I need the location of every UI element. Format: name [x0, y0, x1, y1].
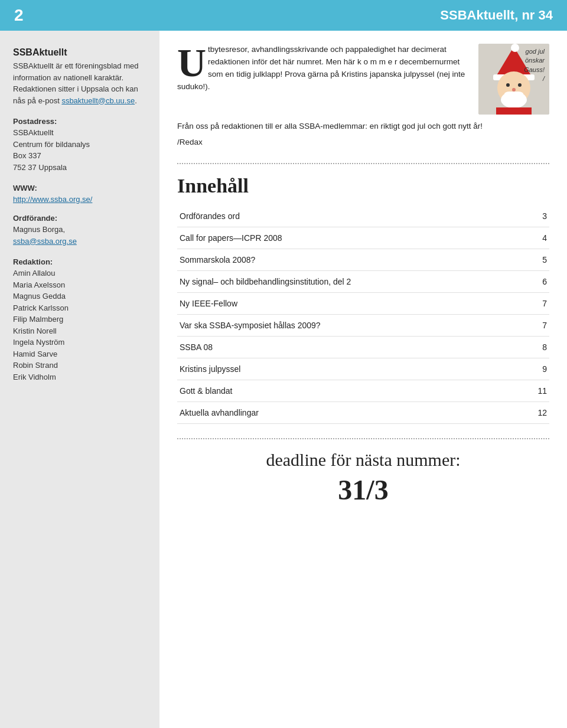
toc-label: Ny signal– och bildbehandlingsinstitutio…	[177, 270, 526, 292]
toc-item: SSBA 088	[177, 336, 549, 358]
toc-label: SSBA 08	[177, 336, 526, 358]
toc-label: Gott & blandat	[177, 380, 526, 401]
toc-item: Call for papers—ICPR 20084	[177, 227, 549, 249]
toc-item: Ny signal– och bildbehandlingsinstitutio…	[177, 270, 549, 292]
toc-page: 3	[526, 205, 549, 227]
toc-item: Sommarskola 2008?5	[177, 249, 549, 270]
main-layout: SSBAktuellt SSBAktuellt är ett förenings…	[0, 31, 567, 728]
deadline-section: deadline för nästa nummer: 31/3	[177, 450, 549, 506]
toc-item: Aktuella avhandlingar12	[177, 401, 549, 423]
toc-label: Ny IEEE-Fellow	[177, 292, 526, 314]
innehall-title: Innehåll	[177, 175, 549, 197]
ordf-label: Ordförande:	[13, 214, 146, 223]
intro-block: U tbytesresor, avhandlingsskrivande och …	[177, 44, 549, 155]
santa-image: god julönskarGauss!/	[478, 44, 549, 115]
svg-point-7	[512, 88, 516, 92]
toc-label: Kristins julpyssel	[177, 358, 526, 380]
header-bar: 2 SSBAktuellt, nr 34	[0, 0, 567, 31]
toc-page: 8	[526, 336, 549, 358]
toc-page: 6	[526, 270, 549, 292]
header-title: SSBAktuellt, nr 34	[440, 8, 553, 23]
toc-item: Kristins julpyssel9	[177, 358, 549, 380]
from-redax-text: Från oss på redaktionen till er alla SSB…	[177, 120, 549, 133]
svg-rect-11	[496, 107, 532, 115]
org-description: SSBAktuellt är ett föreningsblad med inf…	[13, 60, 146, 106]
toc-label: Sommarskola 2008?	[177, 249, 526, 270]
main-content: U tbytesresor, avhandlingsskrivande och …	[159, 31, 567, 728]
ordf-content: Magnus Borga,ssba@ssba.org.se	[13, 224, 146, 247]
toc-page: 7	[526, 314, 549, 336]
toc-label: Call for papers—ICPR 2008	[177, 227, 526, 249]
www-link[interactable]: http://www.ssba.org.se/	[13, 195, 92, 204]
toc-label: Var ska SSBA-symposiet hållas 2009?	[177, 314, 526, 336]
toc-item: Ordförandes ord3	[177, 205, 549, 227]
toc-page: 7	[526, 292, 549, 314]
toc-item: Ny IEEE-Fellow7	[177, 292, 549, 314]
toc-table: Ordförandes ord3Call for papers—ICPR 200…	[177, 205, 549, 424]
redaktion-members: Amin AllalouMaria AxelssonMagnus GeddaPa…	[13, 267, 146, 383]
org-name: SSBAktuellt	[13, 47, 146, 58]
svg-point-6	[518, 83, 522, 87]
svg-point-5	[506, 83, 510, 87]
toc-label: Ordförandes ord	[177, 205, 526, 227]
postaddress-content: SSBAktuelltCentrum för bildanalysBox 337…	[13, 127, 146, 173]
drop-cap: U	[177, 46, 206, 80]
intro-text-1: tbytesresor, avhandlingsskrivande och pa…	[177, 45, 465, 91]
deadline-date: 31/3	[177, 474, 549, 506]
toc-page: 4	[526, 227, 549, 249]
email-link[interactable]: ssbaktuellt@cb.uu.se	[61, 96, 135, 105]
page-number: 2	[14, 6, 24, 25]
santa-caption: god julönskarGauss!/	[524, 47, 545, 84]
toc-label: Aktuella avhandlingar	[177, 401, 526, 423]
divider-top	[177, 163, 549, 164]
redaktion-label: Redaktion:	[13, 257, 146, 266]
toc-page: 9	[526, 358, 549, 380]
divider-bottom	[177, 438, 549, 439]
postaddress-label: Postadress:	[13, 117, 146, 126]
www-label: WWW:	[13, 184, 146, 192]
redax-signature: /Redax	[177, 138, 549, 146]
deadline-label: deadline för nästa nummer:	[177, 450, 549, 470]
toc-item: Var ska SSBA-symposiet hållas 2009?7	[177, 314, 549, 336]
toc-page: 11	[526, 380, 549, 401]
toc-page: 5	[526, 249, 549, 270]
svg-point-10	[513, 92, 523, 96]
toc-item: Gott & blandat11	[177, 380, 549, 401]
ordf-email-link[interactable]: ssba@ssba.org.se	[13, 237, 77, 246]
toc-page: 12	[526, 401, 549, 423]
sidebar: SSBAktuellt SSBAktuellt är ett förenings…	[0, 31, 159, 728]
svg-point-3	[511, 44, 519, 52]
